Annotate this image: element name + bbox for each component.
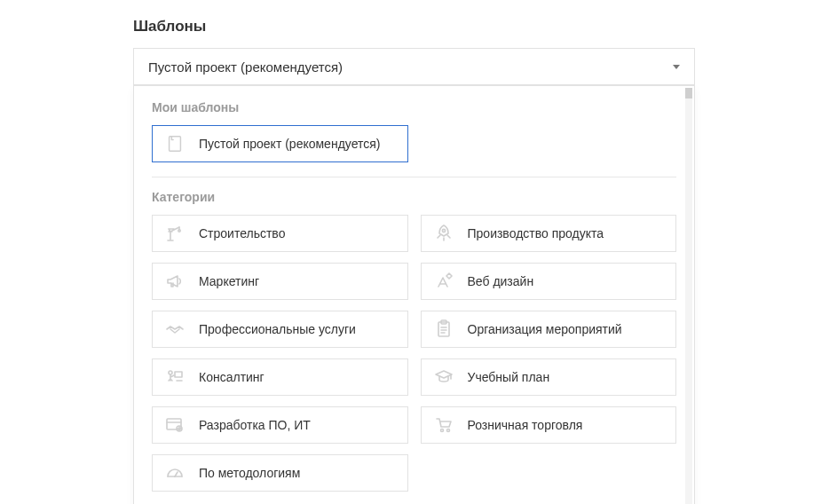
presentation-icon [163,366,186,389]
category-consulting[interactable]: Консалтинг [152,358,408,396]
category-events[interactable]: Организация мероприятий [421,311,677,348]
clipboard-icon [432,318,455,341]
shopping-cart-icon [432,413,455,437]
category-professional-label: Профессиональные услуги [199,322,356,336]
category-webdesign-label: Веб дизайн [468,274,534,288]
rocket-icon [432,222,455,245]
svg-point-2 [442,229,445,232]
page-title: Шаблоны [133,18,695,35]
software-window-icon [163,413,186,437]
scrollbar-thumb-top[interactable] [685,88,692,98]
category-events-label: Организация мероприятий [468,322,622,336]
category-curriculum-label: Учебный план [468,370,550,384]
handshake-icon [163,318,186,341]
my-templates-label: Мои шаблоны [152,100,676,114]
category-methodology[interactable]: По методологиям [152,454,408,492]
design-tools-icon [432,270,455,293]
graduation-cap-icon [432,366,455,389]
template-select-button[interactable]: Пустой проект (рекомендуется) [133,48,695,85]
category-product-label: Производство продукта [468,226,604,240]
svg-rect-6 [175,372,182,377]
megaphone-icon [163,270,186,293]
category-software[interactable]: Разработка ПО, ИТ [152,406,408,444]
svg-rect-0 [170,137,181,152]
chevron-down-icon [673,65,680,69]
category-marketing-label: Маркетинг [199,274,259,288]
scrollbar[interactable] [685,88,692,504]
category-marketing[interactable]: Маркетинг [152,263,408,300]
category-methodology-label: По методологиям [199,466,300,480]
gauge-icon [163,461,186,484]
category-retail[interactable]: Розничная торговля [421,406,677,444]
template-blank[interactable]: Пустой проект (рекомендуется) [152,125,408,162]
svg-point-1 [178,230,180,232]
divider [152,177,676,177]
category-professional[interactable]: Профессиональные услуги [152,311,408,348]
svg-point-9 [440,429,443,432]
category-curriculum[interactable]: Учебный план [421,358,677,396]
category-webdesign[interactable]: Веб дизайн [421,263,677,300]
category-software-label: Разработка ПО, ИТ [199,418,311,432]
category-product[interactable]: Производство продукта [421,215,677,252]
blank-page-icon [163,132,186,155]
template-select: Пустой проект (рекомендуется) Мои шаблон… [133,48,695,85]
crane-icon [163,222,186,245]
template-blank-label: Пустой проект (рекомендуется) [199,137,380,151]
category-construction-label: Строительство [199,226,285,240]
categories-label: Категории [152,190,676,204]
category-retail-label: Розничная торговля [468,418,583,432]
template-select-value: Пустой проект (рекомендуется) [148,59,343,75]
category-construction[interactable]: Строительство [152,215,408,252]
svg-point-10 [446,429,449,432]
template-dropdown: Мои шаблоны Пустой проект (рекомендуется… [133,85,695,504]
category-consulting-label: Консалтинг [199,370,265,384]
